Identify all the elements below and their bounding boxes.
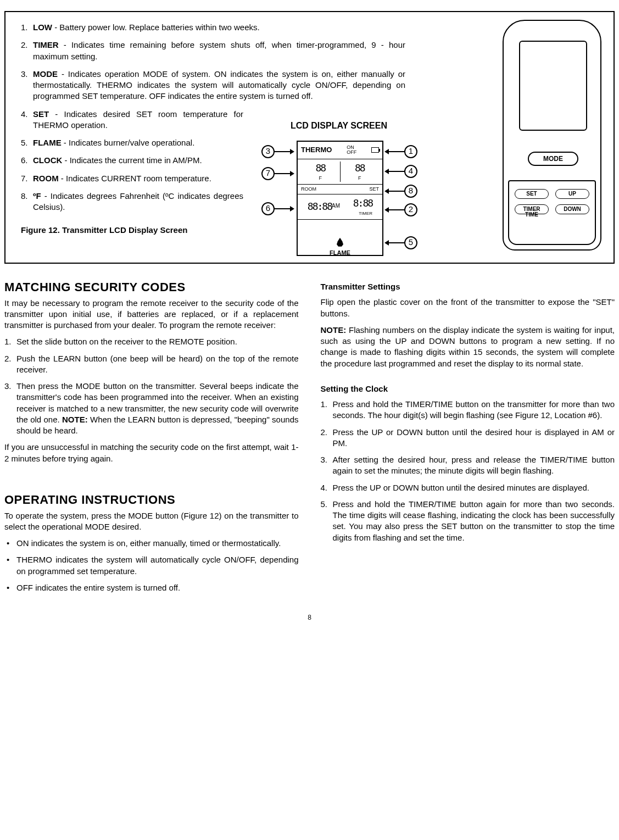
def-timer: TIMER - Indicates time remaining before … [21, 40, 405, 62]
remote-cover: SET UP TIMER TIME DOWN [508, 180, 596, 245]
callout-5: 5 [384, 236, 417, 249]
matching-codes-intro: It may be necessary to program the remot… [4, 298, 299, 331]
match-step-2: Push the LEARN button (one beep will be … [4, 353, 299, 376]
tx-p1: Flip open the plastic cover on the front… [321, 297, 615, 319]
def-low: LOW - Battery power low. Replace batteri… [21, 22, 405, 33]
clock-steps: Press and hold the TIMER/TIME button on … [321, 399, 615, 543]
figure-12-box: LOW - Battery power low. Replace batteri… [4, 11, 615, 264]
callout-3: 3 [261, 145, 294, 158]
lcd-heading: LCD DISPLAY SCREEN [254, 120, 424, 132]
callout-8: 8 [384, 185, 417, 198]
callout-4: 4 [384, 165, 417, 178]
callout-1: 1 [384, 145, 417, 158]
tx-note: NOTE: Flashing numbers on the display in… [321, 325, 615, 369]
op-bul-off: OFF indicates the entire system is turne… [4, 582, 299, 593]
clock-step-5: Press and hold the TIMER/TIME button aga… [321, 499, 615, 543]
def-flame: FLAME - Indicates burner/valve operation… [21, 137, 243, 148]
clock-step-1: Press and hold the TIMER/TIME button on … [321, 399, 615, 421]
operating-bullets: ON indicates the system is on, either ma… [4, 538, 299, 593]
clock-step-3: After setting the desired hour, press an… [321, 454, 615, 477]
matching-steps: Set the slide button on the receiver to … [4, 336, 299, 436]
left-column: MATCHING SECURITY CODES It may be necess… [4, 279, 299, 599]
body-columns: MATCHING SECURITY CODES It may be necess… [4, 279, 615, 599]
op-bul-on: ON indicates the system is on, either ma… [4, 538, 299, 549]
right-column: Transmitter Settings Flip open the plast… [321, 279, 615, 599]
def-degf: ºF - Indicates degrees Fahrenheit (ºC in… [21, 191, 243, 213]
up-button[interactable]: UP [555, 189, 589, 199]
lcd-diagram: LCD DISPLAY SCREEN THERMO ONOFF 88F 88F … [254, 120, 424, 269]
clock-step-4: Press the UP or DOWN button until the de… [321, 482, 615, 493]
matching-codes-outro: If you are unsuccessful in matching the … [4, 442, 299, 464]
transmitter-settings-heading: Transmitter Settings [321, 281, 615, 292]
operating-intro: To operate the system, press the MODE bu… [4, 510, 299, 533]
callout-2: 2 [384, 203, 417, 216]
set-button[interactable]: SET [515, 189, 549, 199]
remote-illustration: MODE SET UP TIMER TIME DOWN [497, 20, 607, 256]
def-clock: CLOCK - Indicates the current time in AM… [21, 155, 243, 166]
lcd-screen: THERMO ONOFF 88F 88F ROOM SET 88:88AM 8:… [297, 141, 383, 256]
time-label: TIME [525, 211, 538, 219]
match-step-1: Set the slide button on the receiver to … [4, 336, 299, 347]
page-number: 8 [4, 613, 615, 622]
matching-codes-heading: MATCHING SECURITY CODES [4, 279, 299, 296]
callout-7: 7 [261, 167, 294, 180]
flame-icon [337, 238, 343, 247]
down-button[interactable]: DOWN [555, 204, 589, 214]
lcd-thermo-label: THERMO [301, 145, 332, 155]
setting-clock-heading: Setting the Clock [321, 383, 615, 394]
mode-button[interactable]: MODE [528, 152, 578, 166]
remote-screen [519, 41, 587, 131]
operating-heading: OPERATING INSTRUCTIONS [4, 492, 299, 508]
clock-step-2: Press the UP or DOWN button until the de… [321, 427, 615, 449]
def-room: ROOM - Indicates CURRENT room temperatur… [21, 173, 243, 184]
op-bul-thermo: THERMO indicates the system will automat… [4, 554, 299, 577]
callout-6: 6 [261, 202, 294, 215]
def-mode: MODE - Indicates operation MODE of syste… [21, 69, 405, 102]
battery-icon [371, 147, 379, 153]
match-step-3: Then press the MODE button on the transm… [4, 381, 299, 436]
def-set: SET - Indicates desired SET room tempera… [21, 109, 243, 131]
